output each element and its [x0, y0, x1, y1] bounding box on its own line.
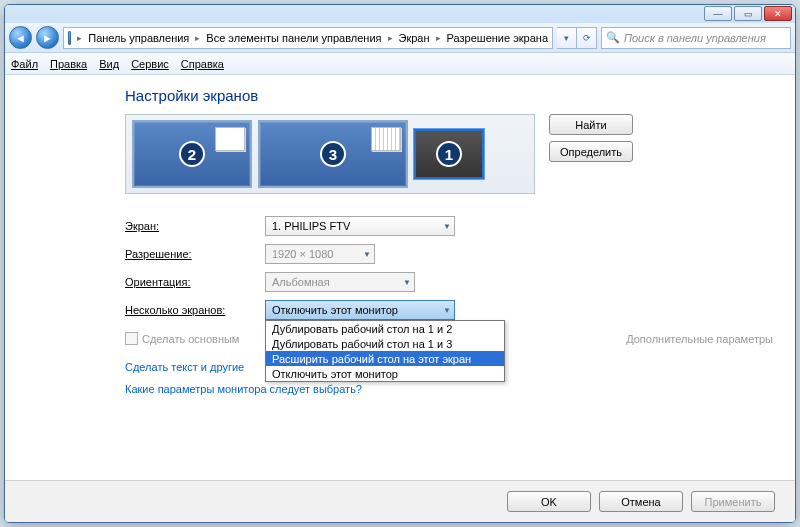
dropdown-option[interactable]: Отключить этот монитор — [266, 366, 504, 381]
which-settings-link[interactable]: Какие параметры монитора следует выбрать… — [125, 383, 773, 395]
monitor-number: 3 — [320, 141, 346, 167]
bottom-bar: OK Отмена Применить — [5, 480, 795, 522]
dropdown-option[interactable]: Дублировать рабочий стол на 1 и 2 — [266, 321, 504, 336]
cancel-button[interactable]: Отмена — [599, 491, 683, 512]
breadcrumb[interactable]: Разрешение экрана — [447, 32, 548, 44]
monitor-number: 1 — [436, 141, 462, 167]
orientation-select[interactable]: Альбомная ▼ — [265, 272, 415, 292]
resolution-label: Разрешение: — [125, 248, 265, 260]
settings-form: Экран: 1. PHILIPS FTV ▼ Разрешение: 1920… — [125, 212, 773, 345]
ok-button[interactable]: OK — [507, 491, 591, 512]
page-title: Настройки экранов — [125, 87, 773, 104]
chevron-down-icon: ▼ — [443, 306, 451, 315]
screen-select[interactable]: 1. PHILIPS FTV ▼ — [265, 216, 455, 236]
orientation-value: Альбомная — [272, 276, 330, 288]
monitor-2[interactable]: 2 — [132, 120, 252, 188]
screen-label: Экран: — [125, 220, 265, 232]
multi-display-value: Отключить этот монитор — [272, 304, 398, 316]
menu-view[interactable]: Вид — [99, 58, 119, 70]
nav-forward-button[interactable]: ► — [36, 26, 59, 49]
find-button[interactable]: Найти — [549, 114, 633, 135]
detect-button[interactable]: Определить — [549, 141, 633, 162]
address-dropdown-button[interactable]: ▾ — [557, 27, 577, 49]
breadcrumb-sep: ▸ — [385, 33, 396, 43]
chevron-down-icon: ▼ — [443, 222, 451, 231]
menu-help[interactable]: Справка — [181, 58, 224, 70]
make-primary-checkbox[interactable] — [125, 332, 138, 345]
content-area: Настройки экранов 2 3 1 Найти Определить — [5, 75, 795, 522]
display-preview[interactable]: 2 3 1 — [125, 114, 535, 194]
search-placeholder: Поиск в панели управления — [624, 32, 766, 44]
search-input[interactable]: 🔍 Поиск в панели управления — [601, 27, 791, 49]
control-panel-icon — [68, 31, 71, 45]
menu-file[interactable]: Файл — [11, 58, 38, 70]
multi-display-select[interactable]: Отключить этот монитор ▼ — [265, 300, 455, 320]
multi-display-wrap: Отключить этот монитор ▼ Дублировать раб… — [265, 300, 455, 320]
refresh-button[interactable]: ⟳ — [577, 27, 597, 49]
dropdown-option[interactable]: Дублировать рабочий стол на 1 и 3 — [266, 336, 504, 351]
nav-back-button[interactable]: ◄ — [9, 26, 32, 49]
multi-display-label: Несколько экранов: — [125, 304, 265, 316]
make-primary-label: Сделать основным — [142, 333, 239, 345]
breadcrumb[interactable]: Панель управления — [88, 32, 189, 44]
monitor-number: 2 — [179, 141, 205, 167]
dropdown-option[interactable]: Расширить рабочий стол на этот экран — [266, 351, 504, 366]
breadcrumb-sep: ▸ — [74, 33, 85, 43]
address-bar[interactable]: ▸ Панель управления ▸ Все элементы панел… — [63, 27, 553, 49]
resolution-value: 1920 × 1080 — [272, 248, 333, 260]
minimize-button[interactable]: — — [704, 6, 732, 21]
monitor-3[interactable]: 3 — [258, 120, 408, 188]
close-button[interactable]: ✕ — [764, 6, 792, 21]
breadcrumb[interactable]: Все элементы панели управления — [206, 32, 381, 44]
navbar: ◄ ► ▸ Панель управления ▸ Все элементы п… — [5, 23, 795, 53]
monitor-1[interactable]: 1 — [414, 129, 484, 179]
breadcrumb-sep: ▸ — [433, 33, 444, 43]
multi-display-dropdown: Дублировать рабочий стол на 1 и 2 Дублир… — [265, 320, 505, 382]
screen-value: 1. PHILIPS FTV — [272, 220, 350, 232]
search-icon: 🔍 — [606, 31, 620, 44]
menubar: Файл Правка Вид Сервис Справка — [5, 53, 795, 75]
chevron-down-icon: ▼ — [363, 250, 371, 259]
display-preview-row: 2 3 1 Найти Определить — [125, 114, 773, 194]
advanced-settings-link[interactable]: Дополнительные параметры — [626, 333, 773, 345]
maximize-button[interactable]: ▭ — [734, 6, 762, 21]
window-mini-icon — [371, 127, 401, 151]
window-mini-icon — [215, 127, 245, 151]
preview-side-buttons: Найти Определить — [549, 114, 633, 194]
resolution-select[interactable]: 1920 × 1080 ▼ — [265, 244, 375, 264]
breadcrumb-sep: ▸ — [192, 33, 203, 43]
orientation-label: Ориентация: — [125, 276, 265, 288]
titlebar: — ▭ ✕ — [5, 5, 795, 23]
chevron-down-icon: ▼ — [403, 278, 411, 287]
address-buttons: ▾ ⟳ — [557, 27, 597, 49]
window: — ▭ ✕ ◄ ► ▸ Панель управления ▸ Все элем… — [4, 4, 796, 523]
apply-button[interactable]: Применить — [691, 491, 775, 512]
menu-service[interactable]: Сервис — [131, 58, 169, 70]
breadcrumb[interactable]: Экран — [399, 32, 430, 44]
menu-edit[interactable]: Правка — [50, 58, 87, 70]
